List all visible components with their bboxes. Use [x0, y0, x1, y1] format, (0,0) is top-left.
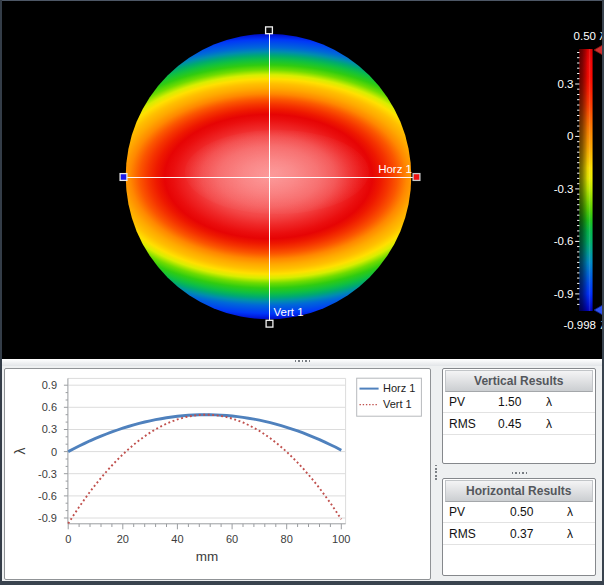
svg-text:0.50: 0.50: [574, 30, 596, 42]
svg-text:0: 0: [51, 446, 57, 458]
svg-text:0: 0: [65, 533, 71, 545]
svg-text:-0.3: -0.3: [38, 468, 57, 480]
svg-text:40: 40: [171, 533, 183, 545]
svg-text:100: 100: [332, 533, 350, 545]
svg-text:Horz 1: Horz 1: [383, 382, 415, 394]
svg-text:-0.6: -0.6: [38, 490, 57, 502]
svg-text:-0.9: -0.9: [38, 512, 57, 524]
svg-text:Vert 1: Vert 1: [383, 398, 412, 410]
svg-text:-0.9: -0.9: [554, 288, 574, 300]
svg-text:Horz 1: Horz 1: [378, 163, 412, 175]
svg-text:0.3: 0.3: [42, 423, 57, 435]
svg-text:λ: λ: [12, 448, 28, 455]
svg-text:0.9: 0.9: [42, 379, 57, 391]
svg-text:Vert 1: Vert 1: [274, 306, 304, 318]
svg-text:-0.6: -0.6: [554, 235, 574, 247]
svg-text:20: 20: [117, 533, 129, 545]
svg-text:-0.3: -0.3: [554, 183, 574, 195]
svg-text:-0.998: -0.998: [563, 319, 596, 331]
svg-text:60: 60: [226, 533, 238, 545]
svg-text:0: 0: [567, 130, 573, 142]
svg-text:mm: mm: [196, 549, 219, 564]
svg-text:80: 80: [281, 533, 293, 545]
svg-text:0.3: 0.3: [558, 78, 574, 90]
svg-text:0.6: 0.6: [42, 401, 57, 413]
